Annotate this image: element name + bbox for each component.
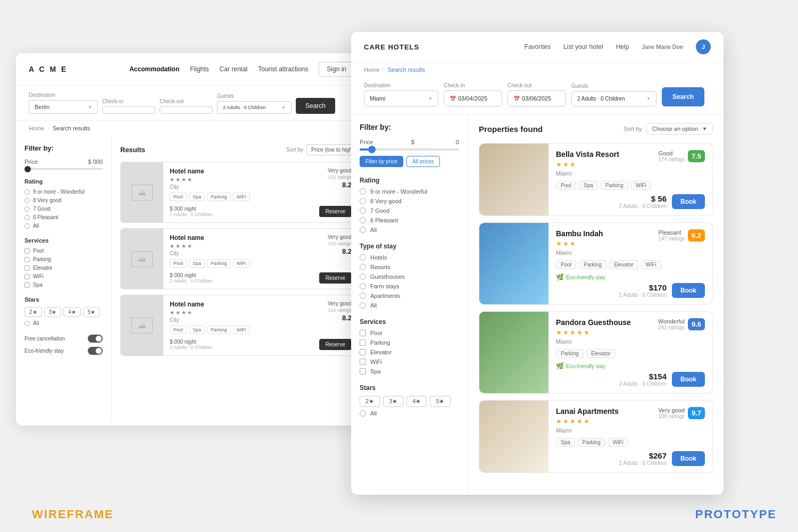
amenity-wifi: WiFi: [233, 193, 250, 201]
nav-accommodation[interactable]: Accommodation: [129, 65, 179, 73]
free-cancellation-toggle[interactable]: [88, 335, 103, 343]
proto-stars-all[interactable]: All: [360, 410, 459, 417]
nav-favorites[interactable]: Favorites: [525, 43, 551, 51]
proto-rating-2[interactable]: 7 Good: [360, 207, 459, 214]
filter-by-price-btn[interactable]: Filter by price: [360, 156, 403, 167]
stars-filter-section: Stars 2★ 3★ 4★ 5★ All: [24, 296, 103, 326]
proto-star-2[interactable]: 2★: [360, 396, 380, 407]
stars-all[interactable]: All: [24, 320, 103, 326]
free-cancellation-toggle-row: Free cancellation: [24, 335, 103, 343]
proto-type-3[interactable]: Farm stays: [360, 283, 459, 289]
rating-option-2[interactable]: 7 Good: [24, 206, 103, 212]
proto-service-pool[interactable]: Pool: [360, 330, 459, 336]
wireframe-search-button[interactable]: Search: [296, 98, 335, 114]
proto-search-button[interactable]: Search: [662, 87, 704, 106]
rating-option-0[interactable]: 9 or more - Wonderful: [24, 189, 103, 195]
proto-service-wifi[interactable]: WiFi: [360, 359, 459, 365]
proto-guests-input[interactable]: 2 Adults · 0 Children ▼: [571, 91, 656, 106]
proto-star-4[interactable]: 4★: [406, 396, 427, 407]
proto-checkout-input[interactable]: 📅 03/06/2025: [508, 90, 566, 106]
reserve-btn-1[interactable]: Reserve: [319, 272, 352, 284]
proto-rating-1[interactable]: 8 Very good: [360, 198, 459, 204]
checkout-field-group: Check-out: [160, 98, 213, 114]
proto-sort-select[interactable]: Choose an option ▼: [646, 123, 713, 135]
nav-flights[interactable]: Flights: [190, 65, 209, 73]
user-avatar: J: [696, 39, 711, 54]
proto-rating-3[interactable]: 6 Pleasant: [360, 217, 459, 223]
nav-help[interactable]: Help: [616, 43, 629, 51]
rating-option-1[interactable]: 8 Very good: [24, 197, 103, 203]
reserve-btn-0[interactable]: Reserve: [319, 206, 352, 217]
star-4[interactable]: 4★: [63, 307, 81, 317]
proto-hotel-stars-2: ★★★★★: [556, 329, 631, 336]
proto-checkout-label: Check out: [508, 82, 566, 88]
stars-row: 2★ 3★ 4★ 5★: [24, 307, 103, 317]
proto-type-5[interactable]: All: [360, 302, 459, 309]
hotel-amenities-1: Pool Spa Parking WiFi: [170, 259, 250, 268]
proto-services-title: Services: [360, 318, 459, 326]
user-name: Jane Marie Doe: [642, 44, 683, 50]
proto-type-2[interactable]: Guesthouses: [360, 273, 459, 280]
image-placeholder-icon: ⛰: [138, 188, 146, 197]
nav-car-rental[interactable]: Car rental: [220, 65, 248, 73]
hotel-name-2: Hotel name: [170, 301, 250, 308]
proto-services-section: Services Pool Parking Elevator WiFi Spa: [360, 318, 459, 375]
eco-icon-2: 🌿: [556, 362, 564, 370]
proto-service-elevator[interactable]: Elevator: [360, 349, 459, 355]
nav-list-hotel[interactable]: List your hotel: [563, 43, 603, 51]
wireframe-label: WIREFRAME: [32, 508, 114, 521]
service-spa[interactable]: Spa: [24, 282, 103, 288]
results-title: Results: [120, 146, 145, 154]
proto-star-3[interactable]: 3★: [383, 396, 403, 407]
all-prices-btn[interactable]: All prices: [406, 156, 440, 167]
eco-friendly-toggle[interactable]: [88, 347, 103, 355]
proto-book-btn-1[interactable]: Book: [672, 283, 705, 298]
proto-rating-0[interactable]: 9 or more - Wonderful: [360, 188, 459, 195]
destination-input[interactable]: Berlin ▼: [29, 100, 98, 114]
proto-price-filter-btns: Filter by price All prices: [360, 156, 459, 167]
reserve-btn-2[interactable]: Reserve: [319, 339, 352, 350]
proto-book-btn-2[interactable]: Book: [672, 372, 705, 387]
proto-rating-4[interactable]: All: [360, 227, 459, 233]
sign-in-button[interactable]: Sign in: [319, 62, 354, 77]
stars-filter-title: Stars: [24, 296, 103, 303]
proto-service-parking[interactable]: Parking: [360, 339, 459, 346]
proto-hotel-name-1: Bambu Indah: [556, 229, 603, 238]
destination-arrow-icon: ▼: [88, 105, 92, 110]
star-3[interactable]: 3★: [44, 307, 62, 317]
price-thumb[interactable]: [24, 166, 31, 172]
proto-rating-badge-1: Pleasant 147 ratings 6.2: [658, 229, 705, 242]
proto-price-thumb[interactable]: [368, 146, 376, 153]
checkout-input[interactable]: [160, 106, 213, 114]
proto-type-1[interactable]: Resorts: [360, 264, 459, 270]
service-pool[interactable]: Pool: [24, 248, 103, 254]
proto-star-5[interactable]: 5★: [430, 396, 450, 407]
star-5[interactable]: 5★: [83, 307, 101, 317]
proto-checkin-input[interactable]: 📅 03/04/2025: [444, 90, 502, 106]
proto-book-btn-3[interactable]: Book: [672, 451, 705, 466]
service-elevator[interactable]: Elevator: [24, 265, 103, 271]
proto-hotel-city-1: Miami: [556, 250, 603, 256]
proto-service-spa[interactable]: Spa: [360, 368, 459, 375]
proto-hotel-card-2: Pandora Guesthouse ★★★★★ Miami Wonderful…: [479, 311, 713, 394]
service-wifi[interactable]: WiFi: [24, 273, 103, 279]
service-parking[interactable]: Parking: [24, 256, 103, 262]
proto-results-panel: Properties found Sort by Choose an optio…: [468, 114, 724, 495]
guests-input[interactable]: 2 Adults · 0 Children ▼: [217, 101, 292, 114]
proto-price-track[interactable]: [360, 148, 459, 151]
checkin-input[interactable]: [102, 106, 155, 114]
proto-destination-group: Destination Miami ▼: [364, 82, 438, 106]
proto-destination-input[interactable]: Miami ▼: [364, 90, 438, 106]
rating-option-4[interactable]: All: [24, 223, 103, 229]
proto-breadcrumb-home[interactable]: Home: [364, 66, 379, 73]
proto-type-4[interactable]: Apartments: [360, 293, 459, 299]
proto-type-0[interactable]: Hotels: [360, 254, 459, 261]
star-2[interactable]: 2★: [24, 307, 42, 317]
nav-tourist[interactable]: Tourist attractions: [258, 65, 308, 73]
rating-option-3[interactable]: 6 Pleasant: [24, 214, 103, 220]
wireframe-nav: Accommodation Flights Car rental Tourist…: [129, 62, 354, 77]
breadcrumb-home[interactable]: Home: [29, 125, 44, 131]
price-track[interactable]: [24, 168, 103, 170]
proto-book-btn-0[interactable]: Book: [672, 194, 705, 209]
free-cancellation-label: Free cancellation: [24, 336, 65, 342]
